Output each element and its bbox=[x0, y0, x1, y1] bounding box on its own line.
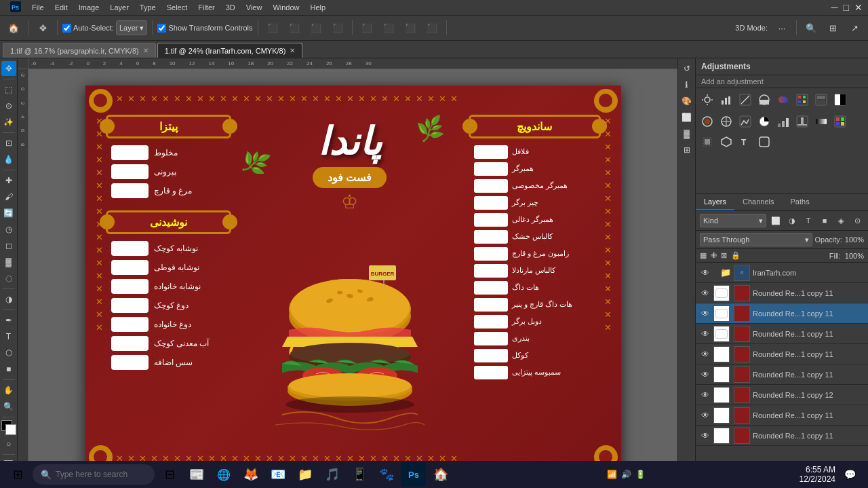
distribute-btn[interactable]: ⬛ bbox=[422, 18, 441, 37]
gradient-side-btn[interactable]: ▓ bbox=[679, 126, 694, 141]
menu-select[interactable]: Select bbox=[162, 2, 193, 13]
taskbar-home-btn[interactable]: 🏠 bbox=[429, 462, 453, 487]
kind-filter-dropdown[interactable]: Kind ▾ bbox=[700, 214, 766, 227]
layer-filter-smart-btn[interactable]: ◈ bbox=[834, 214, 848, 227]
menu-type[interactable]: Type bbox=[135, 2, 161, 13]
taskbar-app9-btn[interactable]: 🐾 bbox=[374, 462, 399, 487]
menu-help[interactable]: Help bbox=[306, 2, 331, 13]
swatches-side-btn[interactable]: ⬜ bbox=[679, 110, 694, 125]
align-top-btn[interactable]: ⬛ bbox=[357, 18, 376, 37]
hand-tool[interactable]: ✋ bbox=[1, 383, 16, 398]
align-center-btn[interactable]: ⬛ bbox=[285, 18, 304, 37]
layer-irantarh[interactable]: 👁 📁 it IranTarh.com bbox=[696, 263, 868, 283]
align-right-btn[interactable]: ⬛ bbox=[307, 18, 326, 37]
layer-filter-pixel-btn[interactable]: ⬜ bbox=[769, 214, 783, 227]
adj-posterize-icon[interactable] bbox=[774, 113, 792, 130]
lasso-tool[interactable]: ⊙ bbox=[1, 98, 16, 113]
taskbar-search-box[interactable]: 🔍 bbox=[33, 464, 155, 485]
adj-type-icon[interactable]: T bbox=[736, 133, 754, 151]
taskbar-windows-btn[interactable]: ⊞ bbox=[5, 462, 30, 487]
align-bot-btn[interactable]: ⬛ bbox=[401, 18, 420, 37]
patterns-side-btn[interactable]: ⊞ bbox=[679, 143, 694, 157]
layer-8-eye[interactable]: 👁 bbox=[700, 430, 711, 441]
layer-rounded-7[interactable]: 👁 Rounded Re...1 copy 11 bbox=[696, 405, 868, 426]
menu-file[interactable]: File bbox=[27, 2, 49, 13]
layer-rounded-6[interactable]: 👁 Rounded Re...1 copy 12 bbox=[696, 385, 868, 405]
adj-threshold-icon[interactable] bbox=[793, 113, 811, 130]
taskbar-music-btn[interactable]: 🎵 bbox=[320, 462, 344, 487]
maximize-btn[interactable]: □ bbox=[844, 2, 849, 13]
layer-filter-toggle-btn[interactable]: ⊙ bbox=[850, 214, 864, 227]
adj-shape-icon[interactable] bbox=[755, 133, 773, 151]
tab-1-close[interactable]: ✕ bbox=[143, 47, 149, 54]
move-tool[interactable]: ✥ bbox=[1, 61, 16, 76]
menu-image[interactable]: Image bbox=[74, 2, 104, 13]
adj-selective-color-icon[interactable] bbox=[831, 113, 849, 130]
transform-controls-checkbox[interactable] bbox=[157, 24, 166, 33]
layer-7-eye[interactable]: 👁 bbox=[700, 410, 711, 421]
menu-ps[interactable]: Ps bbox=[5, 0, 26, 15]
minimize-btn[interactable]: ─ bbox=[831, 2, 838, 13]
taskbar-wifi-icon[interactable]: 📶 bbox=[607, 470, 617, 479]
layer-filter-type-btn[interactable]: T bbox=[802, 214, 815, 227]
layer-rounded-4[interactable]: 👁 Rounded Re...1 copy 11 bbox=[696, 344, 868, 364]
align-mid-btn[interactable]: ⬛ bbox=[379, 18, 398, 37]
home-btn[interactable]: 🏠 bbox=[4, 18, 23, 37]
adj-clipping-icon[interactable] bbox=[698, 133, 716, 151]
brush-tool[interactable]: 🖌 bbox=[1, 189, 16, 204]
adj-invert-icon[interactable] bbox=[755, 113, 773, 130]
layer-6-eye[interactable]: 👁 bbox=[700, 390, 711, 400]
layer-irantarh-eye[interactable]: 👁 bbox=[700, 267, 711, 278]
taskbar-battery-icon[interactable]: 🔋 bbox=[635, 470, 646, 479]
history-side-btn[interactable]: ↺ bbox=[679, 61, 694, 76]
tab-paths[interactable]: Paths bbox=[783, 194, 818, 210]
menu-3d[interactable]: 3D bbox=[221, 2, 240, 13]
info-side-btn[interactable]: ℹ bbox=[679, 77, 694, 92]
history-tool[interactable]: ◷ bbox=[1, 222, 16, 237]
taskbar-firefox-btn[interactable]: 🦊 bbox=[239, 462, 263, 487]
adj-channelmix-icon[interactable] bbox=[717, 113, 735, 130]
blend-mode-dropdown[interactable]: Pass Through ▾ bbox=[700, 233, 812, 246]
menu-layer[interactable]: Layer bbox=[105, 2, 134, 13]
pen-tool[interactable]: ✒ bbox=[1, 313, 16, 328]
lock-artboard-icon[interactable]: ⊠ bbox=[721, 251, 727, 260]
layer-rounded-5[interactable]: 👁 Rounded Re...1 copy 11 bbox=[696, 364, 868, 385]
layer-rounded-8[interactable]: 👁 Rounded Re...1 copy 11 bbox=[696, 426, 868, 446]
foreground-bg-color[interactable] bbox=[1, 420, 16, 435]
taskbar-mail-btn[interactable]: 📧 bbox=[266, 462, 290, 487]
adj-gradient-map-icon[interactable] bbox=[812, 113, 830, 130]
menu-view[interactable]: View bbox=[241, 2, 267, 13]
eraser-tool[interactable]: ◻ bbox=[1, 238, 16, 253]
canvas-area[interactable]: -6 -4 -2 0 2 4 6 8 10 12 14 16 18 20 22 … bbox=[18, 58, 677, 488]
adj-photofilt-icon[interactable] bbox=[698, 113, 716, 130]
more-options-btn[interactable]: ··· bbox=[772, 18, 791, 37]
share-btn[interactable]: ↗ bbox=[845, 18, 864, 37]
layer-rounded-1[interactable]: 👁 Rounded Re...1 copy 11 bbox=[696, 283, 868, 303]
adj-exposure-icon[interactable] bbox=[755, 91, 773, 109]
adj-smart-object-icon[interactable] bbox=[717, 133, 735, 151]
taskbar-explorer-btn[interactable]: 📁 bbox=[293, 462, 317, 487]
eyedropper-tool[interactable]: 💧 bbox=[1, 152, 16, 167]
color-side-btn[interactable]: 🎨 bbox=[679, 94, 694, 109]
layer-dropdown[interactable]: Layer ▾ bbox=[116, 20, 148, 35]
menu-window[interactable]: Window bbox=[268, 2, 304, 13]
tab-1[interactable]: 1.tif @ 16.7% (parsgraphic.ir, CMYK/8) ✕ bbox=[3, 43, 156, 58]
adj-brightness-icon[interactable] bbox=[698, 91, 716, 109]
taskbar-task-view-btn[interactable]: ⊟ bbox=[157, 462, 182, 487]
align-left-btn[interactable]: ⬛ bbox=[263, 18, 282, 37]
layer-filter-adjust-btn[interactable]: ◑ bbox=[785, 214, 799, 227]
zoom-tool[interactable]: 🔍 bbox=[1, 399, 16, 414]
taskbar-notification-btn[interactable]: 💬 bbox=[838, 462, 863, 487]
layer-rounded-3[interactable]: 👁 Rounded Re...1 copy 11 bbox=[696, 324, 868, 344]
lock-all-icon[interactable]: 🔒 bbox=[731, 251, 741, 260]
gradient-tool[interactable]: ▓ bbox=[1, 255, 16, 269]
taskbar-search-input[interactable] bbox=[56, 470, 137, 479]
dodge-tool[interactable]: ◑ bbox=[1, 292, 16, 307]
lock-position-icon[interactable]: ✙ bbox=[711, 251, 717, 260]
tab-2[interactable]: 1.tif @ 24% (IranTarh.com, CMYK/8) ✕ bbox=[157, 43, 303, 58]
select-tool[interactable]: ⬚ bbox=[1, 82, 16, 97]
search-btn[interactable]: 🔍 bbox=[802, 18, 821, 37]
adj-colorlookup-icon[interactable] bbox=[736, 113, 754, 130]
layer-filter-shape-btn[interactable]: ■ bbox=[818, 214, 831, 227]
layer-2-eye[interactable]: 👁 bbox=[700, 308, 711, 319]
